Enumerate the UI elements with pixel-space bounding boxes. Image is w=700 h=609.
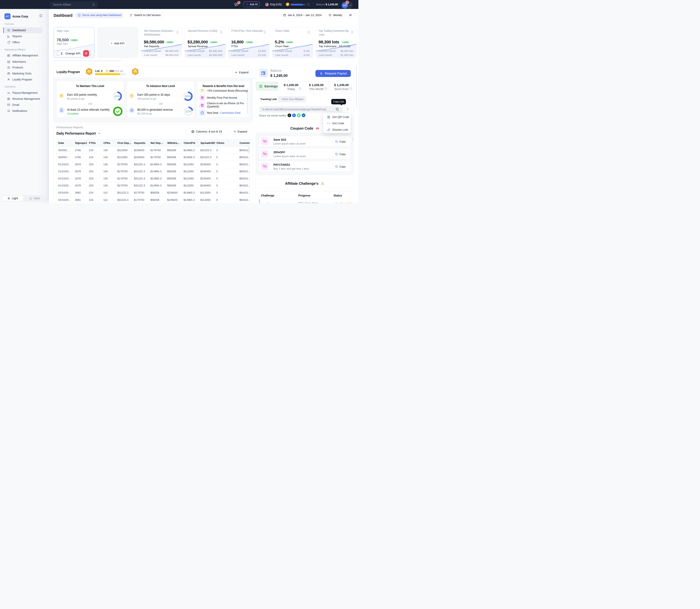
svg-text:$: $ bbox=[131, 109, 133, 111]
